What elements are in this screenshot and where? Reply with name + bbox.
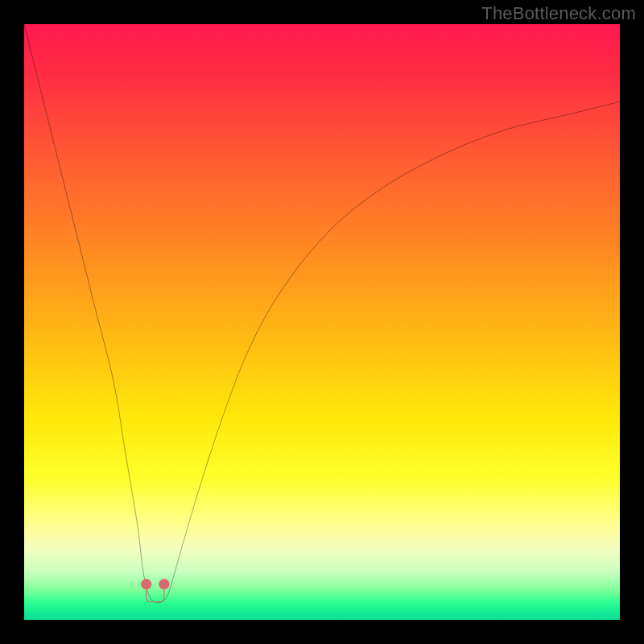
u-marker [141,579,170,602]
plot-area [24,24,620,620]
bottleneck-curve [24,24,620,603]
u-marker-dot-right [159,579,169,589]
u-marker-dot-left [141,579,151,589]
watermark-text: TheBottleneck.com [481,3,636,24]
chart-svg [24,24,620,620]
chart-frame: TheBottleneck.com [0,0,644,644]
curve-path [24,24,620,603]
